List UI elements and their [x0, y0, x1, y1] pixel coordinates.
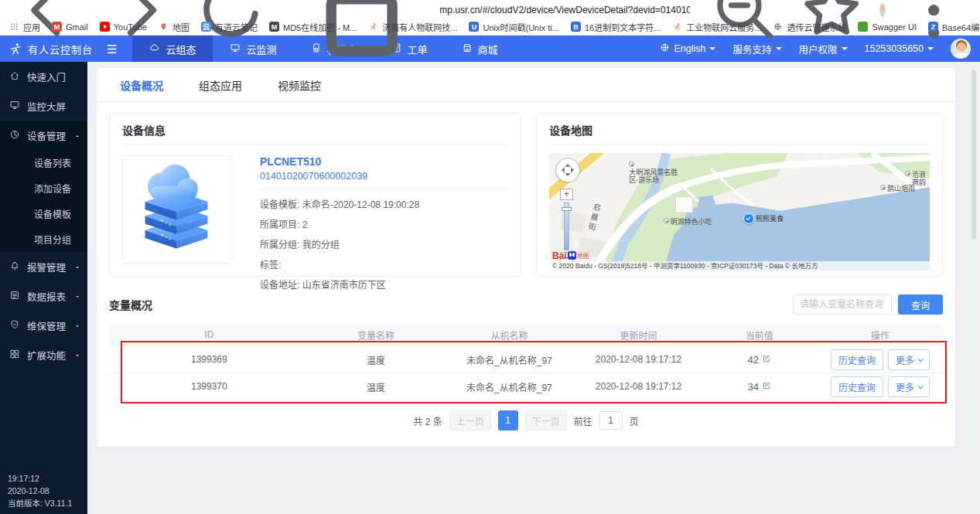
browser-profile-avatar[interactable] [879, 3, 885, 17]
bookmark-item[interactable]: MMD5在线加密 - M... [269, 21, 357, 33]
divider [260, 189, 507, 190]
bookmark-item[interactable]: UUnix时间戳(Unix ti... [469, 21, 558, 33]
report-icon [9, 290, 20, 303]
gauge-icon [9, 129, 20, 142]
cell: 2020-12-08 19:17:12 [576, 354, 702, 365]
device-field-所属分组: 所属分组: 我的分组 [260, 237, 507, 250]
chevron-down-icon [73, 351, 81, 359]
cell: 1399370 [109, 381, 309, 392]
tab-组态应用[interactable]: 组态应用 [199, 77, 242, 93]
address-bar[interactable]: mp.usr.cn/#/cloudV2/device/ViewDeviceDet… [281, 2, 698, 18]
bookmark-item[interactable]: 透传云管理系统 [773, 21, 846, 33]
page-tabs: 设备概况组态应用视频监控 [97, 68, 955, 102]
bookmark-item[interactable]: Swagger UI [858, 22, 916, 32]
baidu-paw-icon [568, 251, 576, 260]
bookmark-item[interactable]: 应用 [9, 21, 40, 33]
search-button[interactable]: 查询 [898, 294, 943, 315]
baidu-map[interactable]: 大明湖风景名胜区-游乐场明湖特色小吃沧浪荷韵鹊山烟雨启晨街熙熙美食 + - Ba… [549, 153, 930, 271]
cell: 未命名_从机名称_97 [442, 353, 575, 366]
bookmark-item[interactable]: 济南有人物联网技... [368, 21, 457, 33]
sidebar-subitem-项目分组[interactable]: 项目分组 [0, 226, 87, 252]
bookmark-item[interactable]: YouTube [100, 22, 147, 32]
device-field-标签: 标签: [260, 257, 507, 271]
map-zoom-thumb[interactable] [562, 207, 572, 211]
device-id-link[interactable]: 01401020070600002039 [260, 171, 507, 182]
sidebar-item-维保管理[interactable]: 维保管理 [0, 311, 87, 340]
poi-icon [905, 171, 910, 176]
map-zoom-slider[interactable] [564, 203, 569, 250]
prev-page-button[interactable]: 上一页 [449, 410, 491, 431]
more-button[interactable]: 更多 [888, 349, 930, 370]
sidebar-item-数据报表[interactable]: 数据报表 [0, 281, 87, 311]
pagination: 共 2 条 上一页 1 下一页 前往 页 [97, 410, 955, 431]
cell: 温度 [309, 353, 442, 366]
device-info-title: 设备信息 [110, 114, 520, 145]
more-button[interactable]: 更多 [888, 376, 930, 397]
sidebar-subitem-设备列表[interactable]: 设备列表 [0, 150, 87, 175]
history-query-button[interactable]: 历史查询 [831, 376, 883, 397]
hex-text-icon: B [571, 22, 581, 32]
bookmark-label: 16进制到文本字符... [585, 21, 661, 33]
sidebar-item-label: 快速入门 [27, 70, 66, 84]
bookmark-label: 济南有人物联网技... [382, 21, 457, 33]
browser-chrome: mp.usr.cn/#/cloudV2/device/ViewDeviceDet… [0, 0, 980, 36]
bookmark-label: 透传云管理系统 [787, 21, 846, 33]
map-terrain [549, 153, 930, 271]
sidebar-item-报警管理[interactable]: 报警管理 [0, 252, 87, 281]
column-header-更新时间: 更新时间 [576, 328, 702, 342]
poi-label: 明湖特色小吃 [664, 218, 712, 226]
bookmark-item[interactable]: MGmail [52, 22, 88, 32]
footer-version: 当前版本: V3.11.1 [8, 497, 72, 509]
nav-tab-商城[interactable]: 商城 [445, 36, 515, 62]
history-query-button[interactable]: 历史查询 [831, 349, 883, 370]
poi-icon [629, 162, 634, 167]
goto-page-input[interactable] [599, 411, 623, 430]
edit-value-icon[interactable] [762, 381, 771, 393]
apps-grid-icon [9, 22, 19, 32]
sidebar-subitem-添加设备[interactable]: 添加设备 [0, 175, 87, 201]
actions-cell: 历史查询更多 [818, 376, 943, 397]
tab-设备概况[interactable]: 设备概况 [120, 77, 163, 93]
bookmark-item[interactable]: 地图 [159, 21, 190, 33]
map-zoom-in-button[interactable]: + [560, 189, 573, 200]
scrollbar-thumb[interactable] [971, 70, 976, 240]
next-page-button[interactable]: 下一页 [525, 410, 567, 431]
youdao-note-icon: 云 [201, 22, 211, 32]
device-illustration [131, 164, 222, 255]
baidu-map-word: 地图 [577, 253, 589, 260]
nav-tab-label: 商城 [478, 42, 498, 56]
bookmark-item[interactable]: 云有道云笔记 [201, 21, 258, 33]
bookmark-label: 有道云笔记 [215, 21, 258, 33]
cell: 未命名_从机名称_97 [442, 380, 575, 393]
table-row: 1399370温度未命名_从机名称_972020-12-08 19:17:123… [109, 373, 943, 400]
variable-search-input[interactable] [793, 294, 892, 315]
cell: 温度 [309, 380, 442, 393]
sidebar-item-快速入门[interactable]: 快速入门 [0, 62, 87, 91]
column-header-从机名称: 从机名称 [442, 328, 575, 342]
page-scrollbar[interactable] [971, 68, 977, 501]
sidebar-item-扩展功能[interactable]: 扩展功能 [0, 340, 87, 369]
chevron-down-icon [918, 356, 924, 362]
chevron-down-icon [73, 263, 81, 271]
sidebar-item-label: 扩展功能 [27, 348, 66, 363]
bookmark-label: Unix时间戳(Unix ti... [483, 21, 558, 33]
bookmark-item[interactable]: 工业物联网云服务... [672, 21, 761, 33]
store-icon [462, 43, 473, 56]
sidebar-subitem-设备模板[interactable]: 设备模板 [0, 201, 87, 226]
device-location-marker[interactable]: 熙熙美食 [743, 213, 784, 224]
bookmark-item[interactable]: B16进制到文本字符... [571, 21, 661, 33]
variables-table: ID变量名称从机名称更新时间当前值操作 1399369温度未命名_从机名称_97… [109, 323, 943, 400]
sidebar-item-监控大屏[interactable]: 监控大屏 [0, 91, 87, 121]
page-number-button[interactable]: 1 [498, 410, 518, 431]
edit-value-icon[interactable] [762, 354, 771, 366]
bookmark-label: 地图 [172, 21, 190, 33]
chevron-up-icon [73, 131, 81, 139]
bookmark-item[interactable]: ZBase64编码转换工... [928, 21, 980, 33]
device-field-设备地址: 设备地址: 山东省济南市历下区 [260, 277, 507, 291]
device-field-所属项目: 所属项目: 2 [260, 217, 507, 230]
chevron-down-icon [918, 383, 924, 389]
sidebar-item-设备管理[interactable]: 设备管理 [0, 121, 87, 150]
map-pan-control[interactable] [555, 158, 580, 182]
bookmark-label: 工业物联网云服务... [686, 21, 761, 33]
lock-icon [289, 0, 435, 85]
